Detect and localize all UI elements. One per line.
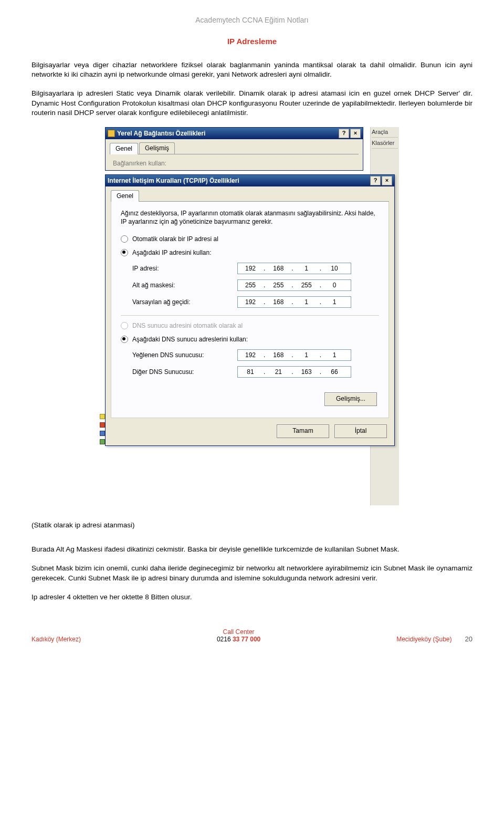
ip-oct[interactable]: 168	[266, 298, 291, 306]
ok-button[interactable]: Tamam	[277, 424, 329, 438]
paragraph-4: Subnet Mask bizim icin onemli, cunki dah…	[32, 564, 472, 583]
paragraph-2: Bilgisayarlara ip adresleri Static veya …	[32, 89, 472, 118]
footer-right: Mecidiyeköy (Şube)	[396, 636, 452, 643]
doc-header: Academytech CCNA Eğitim Notları	[32, 16, 472, 24]
window-lan-properties: Yerel Ağ Bağlantısı Özellikleri ? × Gene…	[105, 127, 363, 171]
window-tcpip-properties: Internet İletişim Kuralları (TCP/IP) Öze…	[105, 174, 395, 446]
desktop-item-tools: Araçla	[372, 129, 398, 135]
ip-oct[interactable]: 192	[238, 265, 263, 272]
ip-oct[interactable]: 1	[294, 265, 319, 272]
label-default-gateway: Varsayılan ağ geçidi:	[132, 298, 237, 306]
close-button-tcpip[interactable]: ×	[382, 176, 392, 185]
screenshot-figure: Araçla Klasörler Yerel Ağ Bağlantısı Öze…	[105, 127, 399, 505]
footer-call-center-label: Call Center	[217, 628, 260, 636]
ip-oct[interactable]: 21	[266, 368, 291, 376]
ip-oct[interactable]: 1	[322, 298, 347, 306]
paragraph-1: Bilgisayarlar veya diger cihazlar networ…	[32, 60, 472, 79]
radio-auto-dns: DNS sunucu adresini otomatik olarak al	[121, 322, 379, 329]
label-preferred-dns: Yeğlenen DNS sunucusu:	[132, 351, 237, 359]
page-footer: Kadıköy (Merkez) Call Center 0216 33 77 …	[32, 628, 472, 643]
input-preferred-dns[interactable]: 192. 168. 1. 1	[237, 349, 351, 361]
taskbar-icons	[100, 411, 105, 474]
input-default-gateway[interactable]: 192. 168. 1. 1	[237, 296, 351, 308]
ip-oct[interactable]: 255	[266, 282, 291, 289]
ip-oct[interactable]: 192	[238, 351, 263, 359]
ip-oct[interactable]: 163	[294, 368, 319, 376]
footer-phone: 0216 33 77 000	[217, 636, 260, 643]
help-button[interactable]: ?	[339, 129, 349, 138]
radio-manual-dns-label: Aşağıdaki DNS sunucu adreslerini kullan:	[132, 336, 248, 343]
footer-phone-number: 33 77 000	[233, 636, 260, 643]
input-alternate-dns[interactable]: 81. 21. 163. 66	[237, 366, 351, 378]
close-button[interactable]: ×	[350, 129, 361, 138]
input-subnet-mask[interactable]: 255. 255. 255. 0	[237, 279, 351, 291]
label-subnet-mask: Alt ağ maskesi:	[132, 282, 237, 289]
footer-phone-prefix: 0216	[217, 636, 233, 643]
help-button-tcpip[interactable]: ?	[370, 176, 381, 185]
footer-left: Kadıköy (Merkez)	[32, 636, 81, 643]
radio-manual-ip[interactable]: Aşağıdaki IP adresini kullan:	[121, 249, 379, 256]
ip-oct[interactable]: 168	[266, 351, 291, 359]
radio-icon	[121, 235, 128, 243]
lan-connect-using-label: Bağlanırken kullan:	[106, 154, 363, 170]
radio-auto-dns-label: DNS sunucu adresini otomatik olarak al	[132, 322, 243, 329]
ip-oct[interactable]: 10	[322, 265, 347, 272]
ip-oct[interactable]: 255	[238, 282, 263, 289]
ip-oct[interactable]: 1	[322, 351, 347, 359]
radio-auto-ip-label: Otomatik olarak bir IP adresi al	[132, 235, 218, 243]
tray-icon	[100, 431, 105, 436]
page-number: 20	[465, 635, 472, 643]
paragraph-5: Ip adresler 4 oktetten ve her oktette 8 …	[32, 593, 472, 602]
radio-icon	[121, 322, 128, 329]
title-lan-text: Yerel Ağ Bağlantısı Özellikleri	[117, 130, 205, 137]
label-alternate-dns: Diğer DNS Sunucusu:	[132, 368, 237, 376]
tray-icon	[100, 439, 105, 444]
cancel-button[interactable]: İptal	[334, 424, 387, 438]
ip-oct[interactable]: 255	[294, 282, 319, 289]
input-ip-address[interactable]: 192. 168. 1. 10	[237, 263, 351, 274]
tray-icon	[100, 422, 105, 428]
figure-caption: (Statik olarak ip adresi atanmasi)	[32, 521, 472, 529]
ip-oct[interactable]: 1	[294, 351, 319, 359]
ip-oct[interactable]: 192	[238, 298, 263, 306]
ip-oct[interactable]: 66	[322, 368, 347, 376]
desktop-item-folders: Klasörler	[372, 140, 398, 146]
label-ip-address: IP adresi:	[132, 265, 237, 272]
tcpip-description: Ağınız destekliyorsa, IP ayarlarının oto…	[121, 209, 379, 226]
radio-manual-dns[interactable]: Aşağıdaki DNS sunucu adreslerini kullan:	[121, 336, 379, 343]
titlebar-lan[interactable]: Yerel Ağ Bağlantısı Özellikleri ? ×	[106, 128, 363, 139]
ip-oct[interactable]: 0	[322, 282, 347, 289]
ip-oct[interactable]: 1	[294, 298, 319, 306]
title-tcpip-text: Internet İletişim Kuralları (TCP/IP) Öze…	[108, 177, 239, 184]
tab-general-lan[interactable]: Genel	[110, 143, 138, 154]
radio-icon	[121, 249, 128, 256]
ip-oct[interactable]: 81	[238, 368, 263, 376]
titlebar-tcpip[interactable]: Internet İletişim Kuralları (TCP/IP) Öze…	[106, 175, 394, 186]
ip-oct[interactable]: 168	[266, 265, 291, 272]
tab-general-tcpip[interactable]: Genel	[111, 190, 139, 202]
lan-icon	[108, 130, 115, 137]
radio-auto-ip[interactable]: Otomatik olarak bir IP adresi al	[121, 235, 379, 243]
tab-advanced-lan[interactable]: Gelişmiş	[139, 142, 175, 154]
radio-manual-ip-label: Aşağıdaki IP adresini kullan:	[132, 249, 212, 256]
tray-icon	[100, 414, 105, 419]
footer-center: Call Center 0216 33 77 000	[217, 628, 260, 643]
advanced-button[interactable]: Gelişmiş...	[324, 392, 377, 406]
radio-icon	[121, 336, 128, 343]
section-title: IP Adresleme	[32, 37, 472, 46]
paragraph-3: Burada Alt Ag Maskesi ifadesi dikatinizi…	[32, 545, 472, 554]
